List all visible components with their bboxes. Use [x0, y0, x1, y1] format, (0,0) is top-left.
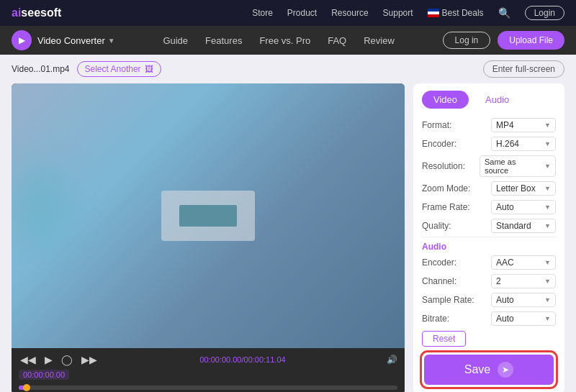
bitrate-select[interactable]: Auto ▼ — [491, 311, 556, 326]
app-title-text: Video Converter — [37, 35, 105, 46]
save-button[interactable]: Save ➤ — [424, 355, 554, 385]
encoder-arrow-icon: ▼ — [544, 140, 551, 147]
save-area: Save ➤ — [422, 352, 556, 387]
resolution-value: Same as source — [485, 158, 541, 175]
sec-nav-right: Log in Upload File — [443, 31, 564, 50]
bitrate-label: Bitrate: — [422, 314, 480, 324]
setting-zoom: Zoom Mode: Letter Box ▼ — [422, 179, 556, 198]
quality-label: Quality: — [422, 221, 480, 231]
timestamp-row: 00:00:00.00 — [19, 370, 397, 380]
logo: aiaiseesoftseesoft — [12, 6, 61, 19]
sec-nav: ▶ Video Converter ▼ Guide Features Free … — [0, 26, 576, 55]
time-display: 00:00:00.00/00:00:11.04 — [199, 355, 285, 364]
fast-forward-button[interactable]: ▶▶ — [80, 352, 99, 367]
zoom-arrow-icon: ▼ — [544, 185, 551, 192]
zoom-value: Letter Box — [496, 183, 536, 193]
nav-free-vs-pro[interactable]: Free vs. Pro — [259, 35, 310, 46]
reset-button[interactable]: Reset — [422, 331, 466, 347]
format-arrow-icon: ▼ — [544, 122, 551, 129]
quality-arrow-icon: ▼ — [544, 222, 551, 229]
channel-arrow-icon: ▼ — [544, 278, 551, 285]
video-inner-block — [179, 205, 237, 227]
main-content: Video...01.mp4 Select Another 🖼 Enter fu… — [0, 55, 576, 392]
audio-section-title: Audio — [422, 239, 556, 253]
dropdown-arrow-icon: ▼ — [108, 37, 115, 45]
nav-support[interactable]: Support — [383, 8, 413, 18]
monitor-icon: 🖼 — [145, 64, 153, 74]
rewind-button[interactable]: ◀◀ — [19, 352, 37, 367]
audio-encoder: Encoder: AAC ▼ — [422, 253, 556, 272]
nav-features[interactable]: Features — [205, 35, 242, 46]
log-in-button[interactable]: Log in — [443, 32, 491, 49]
frame-rate-arrow-icon: ▼ — [544, 204, 551, 211]
divider — [422, 237, 556, 237]
quality-value: Standard — [496, 221, 531, 231]
format-value: MP4 — [496, 120, 514, 130]
tab-video[interactable]: Video — [422, 91, 469, 109]
select-another-button[interactable]: Select Another 🖼 — [77, 61, 161, 77]
quality-select[interactable]: Standard ▼ — [491, 219, 556, 233]
controls-row: ◀◀ ▶ ◯ ▶▶ 00:00:00.00/00:00:11.04 🔊 — [19, 352, 397, 367]
resolution-label: Resolution: — [422, 161, 480, 171]
file-name: Video...01.mp4 — [12, 64, 70, 74]
nav-review[interactable]: Review — [364, 35, 395, 46]
nav-guide[interactable]: Guide — [163, 35, 188, 46]
progress-thumb[interactable] — [23, 384, 30, 391]
nav-resource[interactable]: Resource — [331, 8, 368, 18]
app-icon: ▶ — [12, 30, 32, 50]
setting-encoder: Encoder: H.264 ▼ — [422, 135, 556, 153]
sample-rate-label: Sample Rate: — [422, 295, 480, 305]
sec-nav-links: Guide Features Free vs. Pro FAQ Review — [163, 35, 394, 46]
full-screen-button[interactable]: Enter full-screen — [483, 60, 564, 78]
settings-tabs: Video Audio — [422, 91, 556, 109]
tab-audio[interactable]: Audio — [473, 91, 521, 109]
setting-frame-rate: Frame Rate: Auto ▼ — [422, 198, 556, 216]
stop-button[interactable]: ◯ — [60, 352, 74, 367]
content-row: ◀◀ ▶ ◯ ▶▶ 00:00:00.00/00:00:11.04 🔊 00:0… — [0, 83, 576, 392]
resolution-arrow-icon: ▼ — [544, 163, 551, 170]
control-buttons: ◀◀ ▶ ◯ ▶▶ — [19, 352, 99, 367]
bitrate-arrow-icon: ▼ — [544, 315, 551, 322]
save-label: Save — [464, 363, 490, 376]
search-icon[interactable]: 🔍 — [498, 7, 510, 19]
top-nav-links: Store Product Resource Support Best Deal… — [252, 6, 564, 20]
volume-icon[interactable]: 🔊 — [387, 355, 397, 365]
frame-rate-select[interactable]: Auto ▼ — [491, 200, 556, 214]
select-another-label: Select Another — [85, 64, 141, 74]
toolbar: Video...01.mp4 Select Another 🖼 Enter fu… — [0, 55, 576, 83]
app-title[interactable]: Video Converter ▼ — [37, 35, 115, 46]
channel-select[interactable]: 2 ▼ — [491, 274, 556, 288]
encoder-label: Encoder: — [422, 139, 480, 149]
login-button[interactable]: Login — [525, 6, 564, 20]
play-button[interactable]: ▶ — [43, 352, 54, 367]
timestamp-label: 00:00:00.00 — [19, 370, 69, 380]
toolbar-left: Video...01.mp4 Select Another 🖼 — [12, 61, 161, 77]
audio-encoder-value: AAC — [496, 257, 514, 268]
zoom-select[interactable]: Letter Box ▼ — [491, 181, 556, 196]
sample-rate-select[interactable]: Auto ▼ — [491, 293, 556, 307]
format-select[interactable]: MP4 ▼ — [491, 118, 556, 132]
progress-bar[interactable] — [19, 386, 397, 390]
audio-bitrate: Bitrate: Auto ▼ — [422, 309, 556, 328]
upload-file-button[interactable]: Upload File — [498, 31, 564, 50]
audio-encoder-arrow-icon: ▼ — [544, 259, 551, 266]
logo-ai: ai — [12, 6, 21, 19]
setting-quality: Quality: Standard ▼ — [422, 216, 556, 235]
frame-rate-label: Frame Rate: — [422, 202, 480, 212]
nav-faq[interactable]: FAQ — [328, 35, 346, 46]
nav-store[interactable]: Store — [252, 8, 273, 18]
setting-format: Format: MP4 ▼ — [422, 116, 556, 135]
video-center-content — [161, 191, 255, 241]
settings-panel: Video Audio Format: MP4 ▼ Encoder: H.264… — [413, 83, 564, 392]
encoder-select[interactable]: H.264 ▼ — [491, 137, 556, 151]
best-deals[interactable]: Best Deals — [428, 8, 484, 18]
channel-value: 2 — [496, 276, 501, 286]
flag-icon — [428, 9, 439, 17]
nav-product[interactable]: Product — [287, 8, 317, 18]
audio-encoder-select[interactable]: AAC ▼ — [491, 255, 556, 270]
zoom-label: Zoom Mode: — [422, 183, 480, 193]
audio-sample-rate: Sample Rate: Auto ▼ — [422, 291, 556, 309]
save-icon: ➤ — [498, 362, 513, 378]
resolution-select[interactable]: Same as source ▼ — [480, 155, 556, 177]
video-section: ◀◀ ▶ ◯ ▶▶ 00:00:00.00/00:00:11.04 🔊 00:0… — [12, 83, 405, 392]
